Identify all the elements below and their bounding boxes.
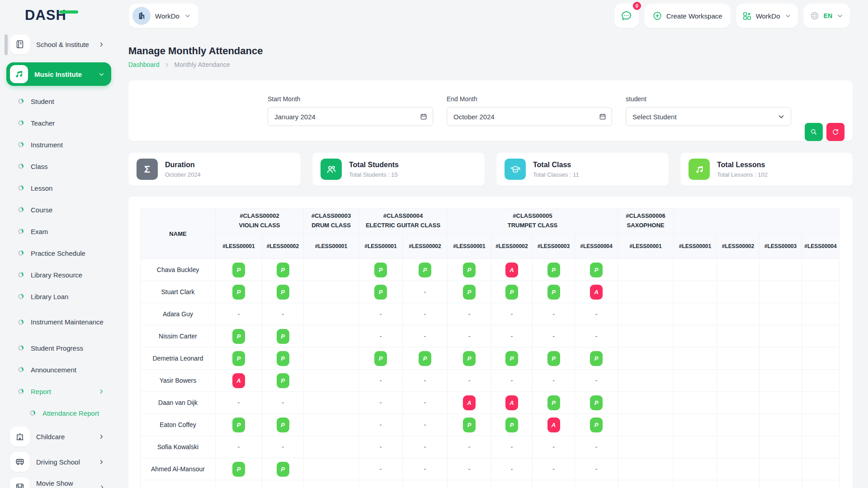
sidebar-item-lesson[interactable]: Lesson <box>6 177 111 199</box>
sidebar-item-announcement[interactable]: Announcement <box>6 359 111 380</box>
main-content: Manage Monthly Attendance Dashboard Mont… <box>128 32 853 488</box>
attendance-badge-present: P <box>590 418 603 432</box>
sidebar-item-student[interactable]: Student <box>6 90 111 112</box>
reset-button[interactable] <box>826 123 844 141</box>
table-row <box>141 480 840 488</box>
empty-cell <box>760 458 802 480</box>
sidebar-item-label: Lesson <box>31 184 56 192</box>
empty-cell <box>717 259 760 281</box>
no-attendance-dash: - <box>359 458 403 480</box>
attendance-cell: P <box>216 281 262 303</box>
attendance-table-card: NAME#CLASS00002VIOLIN CLASS#CLASS00003DR… <box>128 197 853 488</box>
attendance-badge-absent: A <box>232 373 245 388</box>
empty-cell <box>802 436 840 458</box>
search-button[interactable] <box>805 123 823 141</box>
attendance-table: NAME#CLASS00002VIOLIN CLASS#CLASS00003DR… <box>140 208 840 488</box>
attendance-badge-present: P <box>463 285 476 300</box>
empty-cell <box>618 392 674 414</box>
student-name-cell: Sofia Kowalski <box>141 436 216 458</box>
empty-cell <box>618 458 674 480</box>
empty-cell <box>674 414 717 436</box>
app-logo[interactable]: DASH <box>25 7 78 23</box>
stats-row: Σ Duration October 2024 Total Students T… <box>128 153 853 186</box>
sidebar-item-label: Music Institute <box>34 70 82 78</box>
sidebar-item-movie-show-booking[interactable]: Movie Show Booking <box>6 474 111 488</box>
attendance-cell: A <box>575 281 618 303</box>
start-month-input[interactable] <box>268 107 433 126</box>
sidebar-item-driving-school[interactable]: Driving School <box>6 449 111 474</box>
class-header: #CLASS00006SAXOPHONE <box>618 209 674 234</box>
sidebar-item-label: Report <box>31 388 55 395</box>
attendance-cell: P <box>262 458 304 480</box>
breadcrumb: Dashboard Monthly Attendance <box>128 61 853 68</box>
no-attendance-dash: - <box>403 436 448 458</box>
empty-cell <box>717 347 760 370</box>
sidebar-scrollbar-thumb[interactable] <box>5 34 8 55</box>
empty-cell <box>717 370 760 392</box>
sidebar-item-music-institute[interactable]: Music Institute <box>6 62 111 86</box>
empty-cell <box>575 480 618 488</box>
student-select[interactable]: Select Student <box>626 107 791 126</box>
sidebar-item-library-resource[interactable]: Library Resource <box>6 264 111 286</box>
sidebar-item-instrument-maintenance[interactable]: Instrument Maintenance <box>6 307 111 337</box>
empty-cell <box>674 325 717 347</box>
sidebar-item-student-progress[interactable]: Student Progress <box>6 337 111 359</box>
student-label: student <box>626 95 791 103</box>
chevron-down-icon <box>184 12 191 19</box>
no-attendance-dash: - <box>359 414 403 436</box>
sidebar-item-course[interactable]: Course <box>6 199 111 221</box>
attendance-badge-absent: A <box>547 418 560 432</box>
chevron-right-icon <box>98 41 105 48</box>
chevron-down-icon <box>836 12 844 19</box>
filter-buttons <box>805 123 844 141</box>
empty-cell <box>674 259 717 281</box>
sidebar-item-school-institute[interactable]: School & Institute <box>6 32 111 57</box>
sidebar-item-report[interactable]: Report <box>6 380 111 402</box>
no-attendance-dash: - <box>403 325 448 347</box>
sidebar-item-exam[interactable]: Exam <box>6 221 111 242</box>
bus-icon <box>10 452 30 472</box>
sidebar-item-label: Class <box>31 163 52 170</box>
top-right-actions: 0 Create Workspace WorkDo EN <box>614 4 850 28</box>
create-workspace-button[interactable]: Create Workspace <box>644 4 731 28</box>
empty-cell <box>304 259 359 281</box>
messages-button[interactable]: 0 <box>614 4 639 28</box>
attendance-cell: P <box>575 414 618 436</box>
empty-cell <box>717 392 760 414</box>
attendance-badge-absent: A <box>505 263 518 277</box>
lesson-header: #LESS00001 <box>216 234 262 259</box>
attendance-cell: P <box>448 281 491 303</box>
sidebar-item-label: Instrument <box>31 141 66 149</box>
sidebar-item-label: School & Institute <box>36 41 89 48</box>
search-icon <box>810 128 818 136</box>
empty-cell <box>304 392 359 414</box>
empty-cell <box>262 480 304 488</box>
stat-subtitle: Total Students : 15 <box>349 171 399 178</box>
sidebar-item-library-loan[interactable]: Library Loan <box>6 286 111 307</box>
sidebar-item-label: Practice Schedule <box>31 249 89 257</box>
building-icon <box>137 11 146 21</box>
sidebar-item-childcare[interactable]: Childcare <box>6 424 111 449</box>
notification-badge: 0 <box>632 1 642 11</box>
attendance-cell: P <box>216 347 262 370</box>
student-select-value: Select Student <box>632 113 677 121</box>
sidebar-item-practice-schedule[interactable]: Practice Schedule <box>6 242 111 264</box>
sidebar-item-instrument[interactable]: Instrument <box>6 134 111 155</box>
students-icon <box>321 159 342 180</box>
sidebar-item-teacher[interactable]: Teacher <box>6 112 111 134</box>
student-name-cell: Adara Guy <box>141 303 216 325</box>
language-selector[interactable]: EN <box>803 4 850 28</box>
empty-cell <box>802 414 840 436</box>
breadcrumb-dashboard-link[interactable]: Dashboard <box>128 61 160 68</box>
sidebar-item-attendance-report[interactable]: Attendance Report <box>6 402 111 424</box>
sidebar-item-label: Library Resource <box>31 271 86 279</box>
empty-cell <box>674 303 717 325</box>
sidebar-item-class[interactable]: Class <box>6 155 111 177</box>
no-attendance-dash: - <box>262 392 304 414</box>
end-month-input[interactable] <box>447 107 612 126</box>
empty-cell <box>216 480 262 488</box>
attendance-cell: P <box>491 281 533 303</box>
workdo-menu-button[interactable]: WorkDo <box>736 4 798 28</box>
workspace-switcher[interactable]: WorkDo <box>129 4 198 28</box>
empty-cell <box>760 325 802 347</box>
